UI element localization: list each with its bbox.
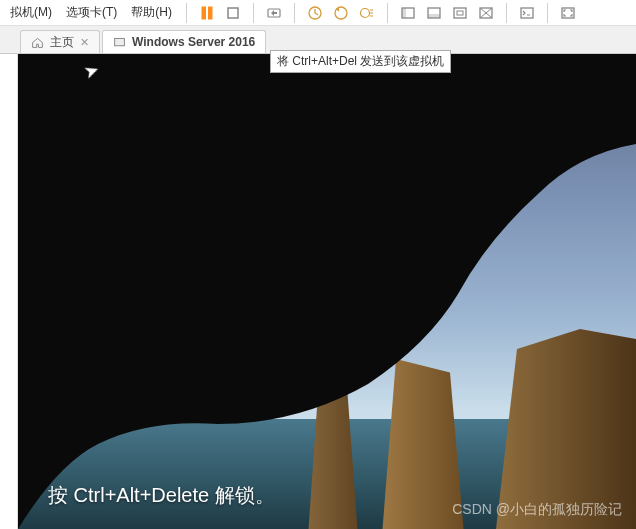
svg-rect-14: [521, 8, 533, 18]
svg-point-6: [361, 8, 370, 17]
snapshot-revert-button[interactable]: [329, 2, 353, 24]
layout-split-icon: [426, 5, 442, 21]
tooltip-send-cad: 将 Ctrl+Alt+Del 发送到该虚拟机: [270, 50, 451, 73]
fullscreen-button[interactable]: [556, 2, 580, 24]
view-unity-button[interactable]: [474, 2, 498, 24]
clock-revert-icon: [333, 5, 349, 21]
vm-viewport[interactable]: 按 Ctrl+Alt+Delete 解锁。 CSDN @小白的孤独历险记: [18, 54, 636, 529]
snapshot-button[interactable]: [303, 2, 327, 24]
svg-rect-1: [209, 7, 213, 19]
send-keys-icon: [266, 5, 282, 21]
menu-help[interactable]: 帮助(H): [125, 1, 178, 24]
svg-rect-8: [402, 8, 406, 18]
svg-point-5: [335, 7, 347, 19]
lockscreen-cave: [18, 54, 636, 529]
view-fit-button[interactable]: [448, 2, 472, 24]
view-split-button[interactable]: [422, 2, 446, 24]
home-icon: [31, 36, 44, 49]
watermark: CSDN @小白的孤独历险记: [452, 501, 622, 519]
tab-vm[interactable]: Windows Server 2016: [102, 30, 266, 53]
separator: [253, 3, 254, 23]
svg-rect-2: [228, 8, 238, 18]
snapshot-manage-button[interactable]: [355, 2, 379, 24]
svg-rect-10: [428, 14, 440, 18]
tab-home-label: 主页: [50, 34, 74, 51]
separator: [547, 3, 548, 23]
console-icon: [519, 5, 535, 21]
svg-rect-12: [457, 11, 463, 15]
pause-icon: [199, 5, 215, 21]
unity-icon: [478, 5, 494, 21]
svg-rect-0: [202, 7, 206, 19]
send-cad-button[interactable]: [262, 2, 286, 24]
unlock-message: 按 Ctrl+Alt+Delete 解锁。: [48, 482, 275, 509]
layout-single-icon: [400, 5, 416, 21]
svg-rect-17: [115, 38, 125, 45]
view-single-button[interactable]: [396, 2, 420, 24]
separator: [186, 3, 187, 23]
menubar: 拟机(M) 选项卡(T) 帮助(H): [0, 0, 636, 26]
clock-list-icon: [359, 5, 375, 21]
separator: [506, 3, 507, 23]
vm-icon: [113, 36, 126, 49]
close-icon[interactable]: ✕: [80, 36, 89, 49]
tab-home[interactable]: 主页 ✕: [20, 30, 100, 53]
menu-vm[interactable]: 拟机(M): [4, 1, 58, 24]
svg-rect-11: [454, 8, 466, 18]
clock-icon: [307, 5, 323, 21]
stop-button[interactable]: [221, 2, 245, 24]
fit-icon: [452, 5, 468, 21]
fullscreen-icon: [560, 5, 576, 21]
separator: [387, 3, 388, 23]
pause-button[interactable]: [195, 2, 219, 24]
stop-icon: [225, 5, 241, 21]
side-panel: [0, 54, 18, 529]
tab-vm-label: Windows Server 2016: [132, 35, 255, 49]
separator: [294, 3, 295, 23]
menu-tabs[interactable]: 选项卡(T): [60, 1, 123, 24]
console-button[interactable]: [515, 2, 539, 24]
